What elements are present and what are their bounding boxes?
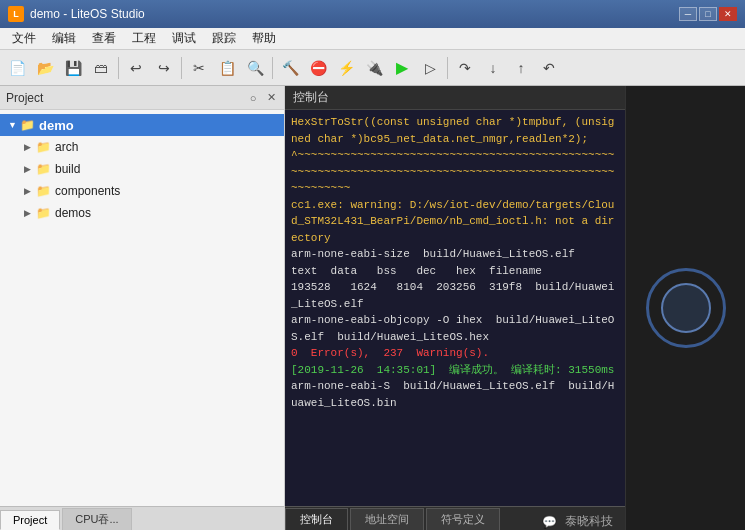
menu-view[interactable]: 查看 xyxy=(84,28,124,49)
search-button[interactable]: 🔍 xyxy=(242,55,268,81)
titlebar: L demo - LiteOS Studio ─ □ ✕ xyxy=(0,0,745,28)
console-line: arm-none-eabi-objcopy -O ihex build/Huaw… xyxy=(291,312,619,345)
step-back-button[interactable]: ↶ xyxy=(536,55,562,81)
deco-circle xyxy=(646,268,726,348)
debug-run-button[interactable]: ▷ xyxy=(417,55,443,81)
tree-item-demo[interactable]: ▼ 📁 demo xyxy=(0,114,284,136)
toolbar-separator-1 xyxy=(118,57,119,79)
copy-button[interactable]: 📋 xyxy=(214,55,240,81)
toolbar-separator-4 xyxy=(447,57,448,79)
arrow-icon: ▶ xyxy=(24,186,36,196)
stop-button[interactable]: ⛔ xyxy=(305,55,331,81)
tab-address-space[interactable]: 地址空间 xyxy=(350,508,424,530)
window-controls: ─ □ ✕ xyxy=(679,7,737,21)
folder-icon: 📁 xyxy=(36,162,51,176)
toolbar-separator-3 xyxy=(272,57,273,79)
console-line: 193528 1624 8104 203256 319f8 build/Huaw… xyxy=(291,279,619,312)
tab-cpu[interactable]: CPU吞... xyxy=(62,508,131,530)
build-button[interactable]: 🔨 xyxy=(277,55,303,81)
project-panel-title: Project xyxy=(6,91,43,105)
redo-button[interactable]: ↪ xyxy=(151,55,177,81)
bottom-tabs-group: 控制台 地址空间 符号定义 xyxy=(285,508,502,530)
new-file-button[interactable]: 📄 xyxy=(4,55,30,81)
panel-tab-bar: Project CPU吞... xyxy=(0,506,284,530)
wechat-icon: 💬 xyxy=(539,514,559,530)
logo-area: 💬 泰晓科技 xyxy=(502,513,625,530)
company-name: 泰晓科技 xyxy=(565,513,613,530)
open-button[interactable]: 📂 xyxy=(32,55,58,81)
console-header: 控制台 xyxy=(285,86,625,110)
tree-item-label: demo xyxy=(39,118,74,133)
tree-item-build[interactable]: ▶ 📁 build xyxy=(0,158,284,180)
maximize-button[interactable]: □ xyxy=(699,7,717,21)
save-all-button[interactable]: 🗃 xyxy=(88,55,114,81)
close-button[interactable]: ✕ xyxy=(719,7,737,21)
tree-item-label: components xyxy=(55,184,120,198)
panel-close-icon[interactable]: ✕ xyxy=(264,91,278,105)
step-into-button[interactable]: ↓ xyxy=(480,55,506,81)
folder-icon: 📁 xyxy=(36,206,51,220)
menu-file[interactable]: 文件 xyxy=(4,28,44,49)
undo-button[interactable]: ↩ xyxy=(123,55,149,81)
arrow-icon: ▶ xyxy=(24,208,36,218)
run-button[interactable]: ▶ xyxy=(389,55,415,81)
connect-button[interactable]: 🔌 xyxy=(361,55,387,81)
panel-controls: ○ ✕ xyxy=(246,91,278,105)
save-button[interactable]: 💾 xyxy=(60,55,86,81)
toolbar-separator-2 xyxy=(181,57,182,79)
app-icon: L xyxy=(8,6,24,22)
tree-item-label: build xyxy=(55,162,80,176)
panel-minimize-icon[interactable]: ○ xyxy=(246,91,260,105)
console-line: 0 Error(s), 237 Warning(s). xyxy=(291,345,619,362)
arrow-icon: ▶ xyxy=(24,142,36,152)
menu-debug[interactable]: 调试 xyxy=(164,28,204,49)
flash-button[interactable]: ⚡ xyxy=(333,55,359,81)
main-area: Project ○ ✕ ▼ 📁 demo ▶ 📁 arch ▶ 📁 build xyxy=(0,86,745,530)
menu-help[interactable]: 帮助 xyxy=(244,28,284,49)
toolbar: 📄 📂 💾 🗃 ↩ ↪ ✂ 📋 🔍 🔨 ⛔ ⚡ 🔌 ▶ ▷ ↷ ↓ ↑ ↶ xyxy=(0,50,745,86)
folder-icon: 📁 xyxy=(20,118,35,132)
tab-symbol-def[interactable]: 符号定义 xyxy=(426,508,500,530)
arrow-icon: ▼ xyxy=(8,120,20,130)
console-line: cc1.exe: warning: D:/ws/iot-dev/demo/tar… xyxy=(291,197,619,247)
tab-project[interactable]: Project xyxy=(0,510,60,530)
tree-item-demos[interactable]: ▶ 📁 demos xyxy=(0,202,284,224)
bottom-tab-bar: 控制台 地址空间 符号定义 💬 泰晓科技 xyxy=(285,506,625,530)
tree-item-arch[interactable]: ▶ 📁 arch xyxy=(0,136,284,158)
menu-edit[interactable]: 编辑 xyxy=(44,28,84,49)
folder-icon: 📁 xyxy=(36,140,51,154)
tab-console[interactable]: 控制台 xyxy=(285,508,348,530)
console-line: [2019-11-26 14:35:01] 编译成功。 编译耗时: 31550m… xyxy=(291,362,619,379)
console-line: HexStrToStr((const unsigned char *)tmpbu… xyxy=(291,114,619,147)
project-panel-header: Project ○ ✕ xyxy=(0,86,284,110)
tree-item-label: arch xyxy=(55,140,78,154)
decoration-panel xyxy=(625,86,745,530)
console-title: 控制台 xyxy=(293,89,329,106)
left-panel: Project ○ ✕ ▼ 📁 demo ▶ 📁 arch ▶ 📁 build xyxy=(0,86,285,530)
step-over-button[interactable]: ↷ xyxy=(452,55,478,81)
folder-icon: 📁 xyxy=(36,184,51,198)
console-line: arm-none-eabi-size build/Huawei_LiteOS.e… xyxy=(291,246,619,263)
console-output[interactable]: HexStrToStr((const unsigned char *)tmpbu… xyxy=(285,110,625,506)
deco-inner xyxy=(661,283,711,333)
right-panel: 控制台 HexStrToStr((const unsigned char *)t… xyxy=(285,86,625,530)
minimize-button[interactable]: ─ xyxy=(679,7,697,21)
file-tree: ▼ 📁 demo ▶ 📁 arch ▶ 📁 build ▶ 📁 componen… xyxy=(0,110,284,506)
menubar: 文件 编辑 查看 工程 调试 跟踪 帮助 xyxy=(0,28,745,50)
arrow-icon: ▶ xyxy=(24,164,36,174)
window-title: demo - LiteOS Studio xyxy=(30,7,679,21)
cut-button[interactable]: ✂ xyxy=(186,55,212,81)
console-line: arm-none-eabi-S build/Huawei_LiteOS.elf … xyxy=(291,378,619,411)
console-line: ^~~~~~~~~~~~~~~~~~~~~~~~~~~~~~~~~~~~~~~~… xyxy=(291,147,619,197)
tree-item-components[interactable]: ▶ 📁 components xyxy=(0,180,284,202)
tree-item-label: demos xyxy=(55,206,91,220)
step-out-button[interactable]: ↑ xyxy=(508,55,534,81)
menu-trace[interactable]: 跟踪 xyxy=(204,28,244,49)
menu-project[interactable]: 工程 xyxy=(124,28,164,49)
console-line: text data bss dec hex filename xyxy=(291,263,619,280)
